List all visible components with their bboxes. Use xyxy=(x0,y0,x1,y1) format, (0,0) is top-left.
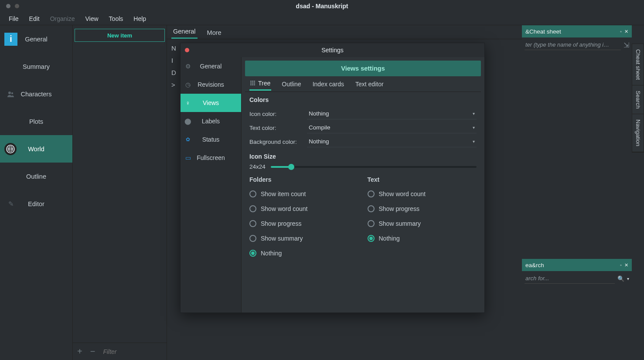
settings-nav: ⚙ General ◷ Revisions ♀ Views ⬤ Labels ✿… xyxy=(181,57,242,312)
window-titlebar: dsad - Manuskript xyxy=(0,0,644,12)
snav-fullscreen[interactable]: ▭ Fullscreen xyxy=(181,149,241,167)
text-opt-wordcount[interactable]: Show word count xyxy=(368,187,477,201)
nav-editor[interactable]: ✎ Editor xyxy=(0,190,72,217)
vtab-navigation[interactable]: Navigation xyxy=(632,114,644,152)
cog-icon: ✿ xyxy=(185,136,191,143)
cheat-filter-input[interactable]: ter (type the name of anything i… xyxy=(525,40,621,50)
snav-label: Fullscreen xyxy=(197,154,225,161)
dock-close-button[interactable]: ✕ xyxy=(624,29,628,34)
views-tab-tree[interactable]: Tree xyxy=(249,77,271,91)
menubar: File Edit Organize View Tools Help xyxy=(0,12,644,25)
tab-label: Tree xyxy=(258,80,270,87)
nav-label: Summary xyxy=(23,63,50,70)
folders-opt-summary[interactable]: Show summary xyxy=(249,231,359,246)
snav-label: Revisions xyxy=(198,81,224,88)
folders-opt-itemcount[interactable]: Show item count xyxy=(249,187,359,201)
search-dock-header[interactable]: ea&rch ◦ ✕ xyxy=(522,259,632,271)
icon-color-label: Icon color: xyxy=(249,111,303,117)
views-tab-outline[interactable]: Outline xyxy=(281,78,302,90)
globe-icon xyxy=(4,143,17,155)
nav-general[interactable]: i General xyxy=(0,25,72,53)
icon-color-select[interactable]: Nothing ▾ xyxy=(307,108,477,119)
snav-general[interactable]: ⚙ General xyxy=(181,57,241,75)
search-options-caret[interactable]: ▾ xyxy=(627,276,629,281)
folders-heading: Folders xyxy=(249,176,359,183)
text-opt-summary[interactable]: Show summary xyxy=(368,216,477,231)
menu-tools[interactable]: Tools xyxy=(104,14,129,24)
right-tab-strip: Cheat sheet Search Navigation xyxy=(632,44,644,153)
iconsize-value: 24x24 xyxy=(249,163,266,170)
folders-opt-wordcount[interactable]: Show word count xyxy=(249,201,359,216)
search-icon[interactable]: 🔍 xyxy=(617,275,624,282)
menu-help[interactable]: Help xyxy=(128,14,151,24)
drop-icon: ⬤ xyxy=(185,118,191,124)
select-value: Nothing xyxy=(309,138,329,145)
snav-labels[interactable]: ⬤ Labels xyxy=(181,112,241,130)
text-opt-nothing[interactable]: Nothing xyxy=(368,231,477,246)
menu-view[interactable]: View xyxy=(80,14,104,24)
settings-close-button[interactable] xyxy=(185,48,189,52)
window-title: dsad - Manuskript xyxy=(296,3,348,10)
bulb-icon: ♀ xyxy=(185,100,191,106)
content-tab-more[interactable]: More xyxy=(205,27,223,39)
vtab-cheat-sheet[interactable]: Cheat sheet xyxy=(632,44,644,85)
window-close-button[interactable] xyxy=(6,4,10,8)
bg-color-select[interactable]: Nothing ▾ xyxy=(307,136,477,147)
remove-item-button[interactable]: − xyxy=(90,346,95,357)
snav-views[interactable]: ♀ Views xyxy=(181,94,241,112)
nav-summary[interactable]: Summary xyxy=(0,53,72,80)
add-item-button[interactable]: + xyxy=(77,346,82,357)
snav-label: Views xyxy=(203,99,219,106)
dock-close-button[interactable]: ✕ xyxy=(624,262,628,268)
search-title: ea&rch xyxy=(525,262,544,268)
snav-status[interactable]: ✿ Status xyxy=(181,130,241,149)
iconsize-slider[interactable] xyxy=(271,166,477,168)
folders-opt-nothing[interactable]: Nothing xyxy=(249,246,359,261)
nav-label: General xyxy=(25,36,48,43)
main-sidenav: i General Summary Characters Plots World… xyxy=(0,25,73,360)
nav-characters[interactable]: Characters xyxy=(0,80,72,108)
bg-color-label: Background color: xyxy=(249,139,303,145)
views-tab-text-editor[interactable]: Text editor xyxy=(354,78,385,90)
gear-icon: ⚙ xyxy=(185,63,191,69)
new-item-button[interactable]: New item xyxy=(75,29,165,42)
chevron-down-icon: ▾ xyxy=(473,125,475,130)
chevron-down-icon: ▾ xyxy=(473,111,475,116)
snav-revisions[interactable]: ◷ Revisions xyxy=(181,75,241,94)
settings-titlebar[interactable]: Settings xyxy=(181,43,484,57)
select-value: Compile xyxy=(309,124,331,131)
chevron-down-icon: ▾ xyxy=(473,139,475,144)
nav-label: Editor xyxy=(28,200,44,207)
colors-heading: Colors xyxy=(249,96,477,103)
nav-outline[interactable]: Outline xyxy=(0,163,72,190)
dock-detach-button[interactable]: ◦ xyxy=(620,262,622,268)
info-icon: i xyxy=(4,33,17,46)
nav-label: Characters xyxy=(21,91,52,98)
settings-dialog: Settings ⚙ General ◷ Revisions ♀ Views ⬤… xyxy=(180,43,485,313)
menu-edit[interactable]: Edit xyxy=(24,14,45,24)
views-settings-header: Views settings xyxy=(245,61,481,76)
snav-label: Labels xyxy=(202,118,220,125)
menu-organize: Organize xyxy=(45,14,80,24)
nav-world[interactable]: World xyxy=(0,135,72,163)
nav-label: World xyxy=(28,146,44,153)
pin-icon[interactable]: ⇲ xyxy=(624,41,629,49)
content-tab-general[interactable]: General xyxy=(171,25,198,39)
tree-grid-icon xyxy=(250,81,256,86)
text-opt-progress[interactable]: Show progress xyxy=(368,201,477,216)
nav-plots[interactable]: Plots xyxy=(0,108,72,135)
vtab-search[interactable]: Search xyxy=(632,85,644,114)
window-min-button[interactable] xyxy=(15,4,19,8)
dock-detach-button[interactable]: ◦ xyxy=(620,29,622,34)
iconsize-heading: Icon Size xyxy=(249,153,477,160)
folders-opt-progress[interactable]: Show progress xyxy=(249,216,359,231)
menu-file[interactable]: File xyxy=(3,14,24,24)
text-color-select[interactable]: Compile ▾ xyxy=(307,122,477,133)
snav-label: Status xyxy=(202,136,220,143)
snav-label: General xyxy=(200,63,222,70)
cheat-sheet-dock-header[interactable]: &Cheat sheet ◦ ✕ xyxy=(522,25,632,37)
text-color-label: Text color: xyxy=(249,125,303,131)
select-value: Nothing xyxy=(309,110,329,117)
search-input[interactable]: arch for... xyxy=(525,273,615,284)
views-tab-index-cards[interactable]: Index cards xyxy=(312,78,345,90)
